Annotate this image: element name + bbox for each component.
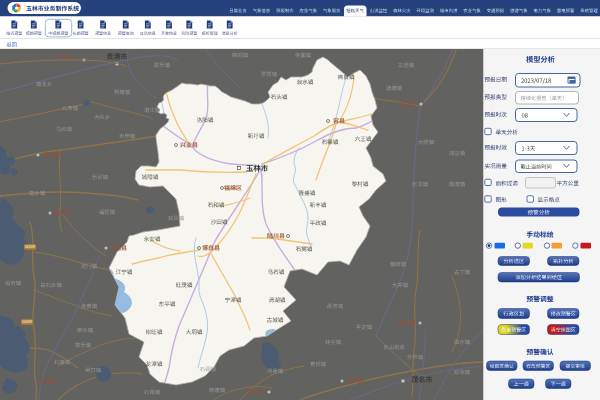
- svg-text:G209: G209: [22, 319, 33, 324]
- svg-text:G209: G209: [25, 244, 36, 249]
